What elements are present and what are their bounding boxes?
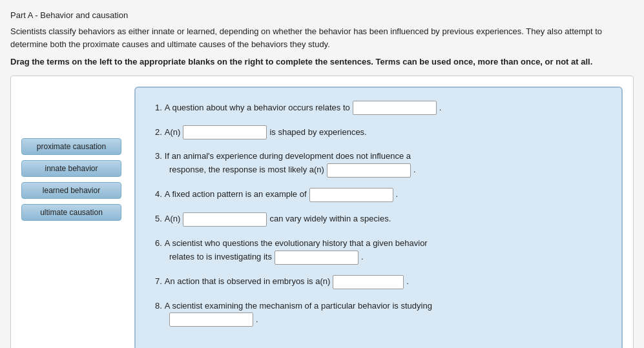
- q7-text-after: .: [406, 275, 409, 289]
- q3-text-line2-after: .: [413, 163, 416, 177]
- part-title: - Behavior and causation: [33, 10, 128, 20]
- term-proximate-causation[interactable]: proximate causation: [21, 138, 121, 155]
- q1-text-after: .: [439, 101, 442, 115]
- q6-number: 6.: [155, 237, 162, 251]
- question-6: 6. A scientist who questions the evoluti…: [155, 237, 602, 265]
- term-innate-behavior[interactable]: innate behavior: [21, 160, 121, 177]
- part-label: Part A: [10, 10, 33, 20]
- q6-blank[interactable]: [275, 251, 358, 265]
- part-header: Part A - Behavior and causation: [10, 10, 634, 20]
- question-7: 7. An action that is observed in embryos…: [155, 275, 602, 289]
- question-4: 4. A fixed action pattern is an example …: [155, 188, 602, 202]
- q1-number: 1.: [155, 101, 162, 115]
- instruction-text: Drag the terms on the left to the approp…: [10, 57, 605, 67]
- q1-blank[interactable]: [353, 101, 437, 115]
- q8-text-line1: A scientist examining the mechanism of a…: [165, 300, 432, 313]
- question-3: 3. If an animal's experience during deve…: [155, 150, 602, 178]
- q8-blank[interactable]: [169, 312, 253, 327]
- terms-panel: proximate causation innate behavior lear…: [21, 138, 121, 221]
- q5-text-after: can vary widely within a species.: [269, 212, 391, 226]
- question-1: 1. A question about why a behavior occur…: [155, 101, 602, 115]
- q5-text-before: A(n): [165, 212, 181, 226]
- q3-text-line2-before: response, the response is most likely a(…: [169, 163, 324, 177]
- q4-number: 4.: [155, 188, 162, 201]
- description-text: Scientists classify behaviors as either …: [10, 25, 605, 50]
- q4-text-after: .: [396, 188, 399, 201]
- q3-text-line1: If an animal's experience during develop…: [165, 150, 411, 163]
- questions-panel: 1. A question about why a behavior occur…: [134, 87, 623, 348]
- q8-text-after: .: [256, 313, 258, 327]
- q7-blank[interactable]: [333, 275, 404, 289]
- q8-number: 8.: [155, 300, 162, 313]
- q1-text-before: A question about why a behavior occurs r…: [165, 101, 350, 115]
- q3-number: 3.: [155, 150, 162, 163]
- q2-text-before: A(n): [165, 126, 181, 139]
- q5-number: 5.: [155, 212, 162, 226]
- term-learned-behavior[interactable]: learned behavior: [21, 182, 121, 199]
- q7-text-before: An action that is observed in embryos is…: [165, 275, 331, 289]
- q7-number: 7.: [155, 275, 162, 289]
- q5-blank[interactable]: [183, 212, 267, 227]
- q3-blank[interactable]: [327, 163, 411, 178]
- q4-blank[interactable]: [309, 188, 393, 202]
- q2-blank[interactable]: [183, 125, 267, 139]
- question-8: 8. A scientist examining the mechanism o…: [155, 300, 602, 327]
- q4-text-before: A fixed action pattern is an example of: [165, 188, 307, 201]
- question-2: 2. A(n) is shaped by experiences.: [155, 125, 602, 139]
- q6-text-line2-before: relates to is investigating its: [169, 251, 272, 264]
- question-5: 5. A(n) can vary widely within a species…: [155, 212, 602, 227]
- q6-text-line1: A scientist who questions the evolutiona…: [165, 237, 428, 251]
- term-ultimate-causation[interactable]: ultimate causation: [21, 204, 121, 221]
- q6-text-line2-after: .: [361, 251, 364, 264]
- q2-number: 2.: [155, 126, 162, 139]
- q2-text-after: is shaped by experiences.: [269, 126, 366, 139]
- main-container: proximate causation innate behavior lear…: [10, 76, 634, 348]
